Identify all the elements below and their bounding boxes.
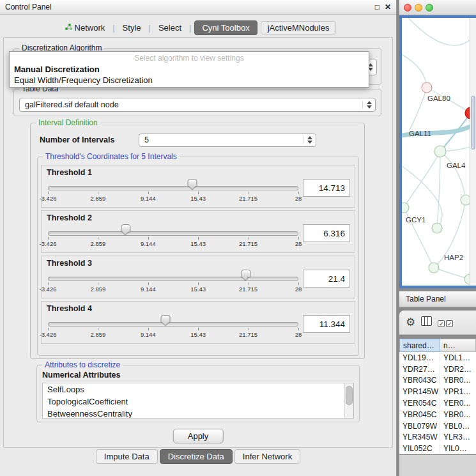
threshold-slider[interactable]: -3.4262.8599.14415.4321.71528 <box>46 268 300 295</box>
interval-definition-title: Interval Definition <box>36 118 100 127</box>
threshold-slider[interactable]: -3.4262.8599.14415.4321.71528 <box>46 178 300 204</box>
table-row[interactable]: YBR043CYBR0… <box>399 375 476 387</box>
network-edge[interactable] <box>434 268 470 279</box>
network-node[interactable] <box>432 223 442 233</box>
dropdown-option[interactable]: Equal Width/Frequency Discretization <box>10 75 369 86</box>
slider-handle[interactable] <box>121 224 130 233</box>
table-cell: YDR27… <box>399 365 440 374</box>
table-row[interactable]: YLR345WYLR3… <box>399 432 476 443</box>
slider-tick-label: 2.859 <box>91 195 106 202</box>
network-edge[interactable] <box>404 151 440 208</box>
slider-tick-label: 9.144 <box>141 240 156 247</box>
network-view-window: GAL80GAL11GAL4GCY1HAP2 <box>399 0 476 288</box>
threshold-value-field[interactable]: 21.4 <box>303 270 350 288</box>
slider-tick <box>48 328 49 330</box>
panel-title: Control Panel <box>5 3 52 12</box>
table-row[interactable]: YER054CYER0… <box>399 397 476 409</box>
slider-tick <box>198 282 199 285</box>
list-item[interactable]: SelfLoops <box>43 383 353 395</box>
column-header[interactable]: n… <box>440 339 476 352</box>
table-row[interactable]: YDL19…YDL1… <box>399 352 476 364</box>
table-row[interactable]: YBL079WYBL0… <box>399 420 476 432</box>
close-icon[interactable]: ✕ <box>385 3 391 12</box>
network-canvas[interactable]: GAL80GAL11GAL4GCY1HAP2 <box>402 18 470 286</box>
threshold-slider[interactable]: -3.4262.8599.14415.4321.71528 <box>46 314 300 341</box>
slider-tick-label: 2.859 <box>91 240 106 247</box>
minimize-traffic-light-icon[interactable] <box>415 4 422 12</box>
slider-tick <box>48 237 49 240</box>
network-node[interactable] <box>402 203 409 213</box>
slider-track <box>48 231 298 236</box>
slider-handle[interactable] <box>161 315 171 323</box>
slider-handle[interactable] <box>188 179 197 187</box>
slider-tick-label: 21.715 <box>239 286 257 293</box>
threshold-value-field[interactable]: 14.713 <box>303 179 350 197</box>
column-header[interactable]: shared… <box>399 339 440 352</box>
table-row[interactable]: YBR045CYBR0… <box>399 409 476 420</box>
threshold-value-field[interactable]: 6.316 <box>303 224 350 242</box>
table-cell: YLR3… <box>440 433 476 441</box>
tab-infer-network[interactable]: Infer Network <box>234 449 300 464</box>
slider-tick-label: 28 <box>295 240 302 247</box>
network-edge[interactable] <box>437 151 440 228</box>
threshold-slider[interactable]: -3.4262.8599.14415.4321.71528 <box>46 223 300 250</box>
attribute-items: SelfLoopsTopologicalCoefficientBetweenne… <box>43 383 353 418</box>
tab-jactivemnodules[interactable]: jActiveMNodules <box>261 21 337 35</box>
table-row[interactable]: YIL052CYIL0… <box>399 443 476 454</box>
gear-icon[interactable]: ⚙ <box>406 317 415 328</box>
list-item[interactable]: BetweennessCentrality <box>43 408 353 418</box>
top-tab-bar: Network|Style|Select|Cyni ToolboxjActive… <box>0 19 396 36</box>
network-node[interactable] <box>461 195 470 205</box>
table-data-selected-value: galFiltered.sif default node <box>25 100 119 109</box>
tab-cyni-toolbox[interactable]: Cyni Toolbox <box>194 20 257 35</box>
node-label: GAL80 <box>427 95 450 102</box>
attributes-group: Attributes to discretize Numerical Attri… <box>36 365 360 422</box>
network-node[interactable] <box>429 263 439 273</box>
threshold-body: -3.4262.8599.14415.4321.7152821.4 <box>46 268 350 295</box>
list-vertical-scrollbar[interactable] <box>344 383 353 418</box>
network-vertical-scrollbar[interactable] <box>470 18 476 286</box>
slider-tick-label: 15.43 <box>190 331 206 338</box>
network-node[interactable] <box>434 146 446 157</box>
slider-tick-label: 28 <box>295 286 302 293</box>
threshold-label: Threshold 4 <box>47 304 350 313</box>
zoom-traffic-light-icon[interactable] <box>426 4 433 12</box>
network-node[interactable] <box>422 82 432 93</box>
tab-select[interactable]: Select <box>154 21 186 35</box>
slider-track <box>48 322 298 326</box>
float-window-icon[interactable]: □ <box>375 3 380 12</box>
slider-tick <box>148 328 149 330</box>
tab-impute-data[interactable]: Impute Data <box>96 449 158 464</box>
combo-stepper-icon[interactable] <box>362 101 372 109</box>
threshold-value-field[interactable]: 11.344 <box>303 315 350 333</box>
network-edge[interactable] <box>408 18 470 45</box>
network-edge[interactable] <box>410 88 427 130</box>
slider-tick-label: 21.715 <box>239 240 257 247</box>
network-edge[interactable] <box>440 151 466 200</box>
number-of-intervals-combo[interactable]: 5 <box>139 134 316 147</box>
scrollbar-thumb[interactable] <box>471 96 475 150</box>
table-row[interactable]: YDR27…YDR2… <box>399 364 476 375</box>
select-columns-checkboxes-icon[interactable]: ✓✓ <box>438 317 454 328</box>
numerical-attributes-list[interactable]: SelfLoopsTopologicalCoefficientBetweenne… <box>42 383 354 418</box>
network-edge[interactable] <box>402 53 427 88</box>
tab-network[interactable]: Network <box>60 21 110 35</box>
apply-button[interactable]: Apply <box>173 429 224 443</box>
scrollbar-thumb[interactable] <box>346 386 353 405</box>
tab-style[interactable]: Style <box>118 21 146 35</box>
table-data-combo[interactable]: galFiltered.sif default node <box>19 98 376 112</box>
columns-icon[interactable] <box>421 316 432 328</box>
dropdown-option[interactable]: Manual Discretization <box>10 64 369 75</box>
threshold-body: -3.4262.8599.14415.4321.7152811.344 <box>46 314 350 341</box>
tab-discretize-data[interactable]: Discretize Data <box>160 449 233 464</box>
threshold-label: Threshold 1 <box>47 168 350 177</box>
close-traffic-light-icon[interactable] <box>404 4 411 12</box>
tab-label: jActiveMNodules <box>268 23 330 33</box>
tab-separator: | <box>189 23 191 33</box>
slider-tick-label: 9.144 <box>141 286 156 293</box>
list-item[interactable]: TopologicalCoefficient <box>43 395 353 408</box>
combo-stepper-icon[interactable] <box>303 136 312 144</box>
table-row[interactable]: YPR145WYPR1… <box>399 386 476 397</box>
slider-tick <box>98 237 98 240</box>
slider-handle[interactable] <box>241 270 250 278</box>
